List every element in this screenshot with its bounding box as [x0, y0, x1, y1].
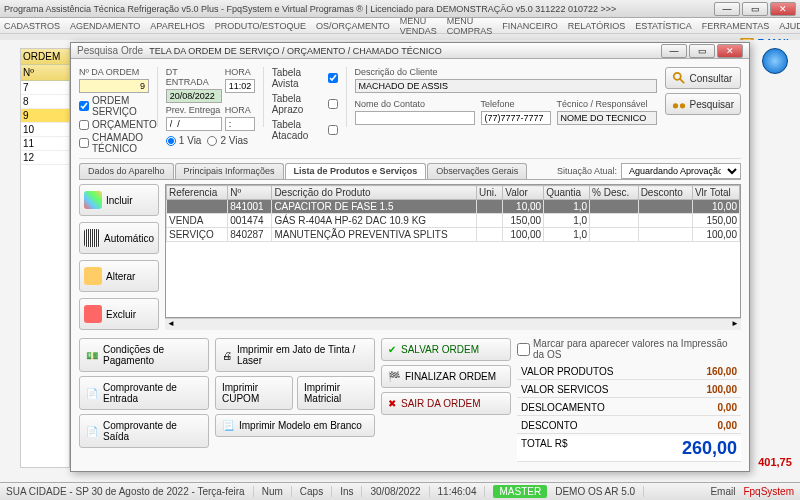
finalizar-ordem-button[interactable]: 🏁FINALIZAR ORDEM — [381, 365, 511, 388]
grid-row[interactable]: VENDA001474GÁS R-404A HP-62 DAC 10.9 KG1… — [167, 214, 740, 228]
imprimir-cupom-button[interactable]: Imprimir CUPOM — [215, 376, 293, 410]
menu-produto[interactable]: PRODUTO/ESTOQUE — [215, 21, 306, 31]
receipt-out-icon: 📄 — [86, 426, 98, 437]
status-caps: Caps — [300, 486, 332, 497]
grid-header[interactable]: Quantia — [544, 186, 590, 200]
nav-arrow-icon[interactable] — [762, 48, 788, 74]
order-number-input[interactable] — [79, 79, 149, 93]
menu-relatorios[interactable]: RELATÓRIOS — [568, 21, 625, 31]
dialog-maximize-button[interactable]: ▭ — [689, 44, 715, 58]
grid-header[interactable]: Desconto — [638, 186, 692, 200]
status-fpq[interactable]: FpqSystem — [743, 486, 794, 497]
order-dialog: Pesquisa Orde TELA DA ORDEM DE SERVIÇO /… — [70, 42, 750, 472]
grid-scrollbar[interactable] — [165, 318, 741, 330]
dialog-title: TELA DA ORDEM DE SERVIÇO / ORÇAMENTO / C… — [149, 46, 661, 56]
grid-header[interactable]: Valor — [503, 186, 544, 200]
binoculars-icon — [672, 97, 686, 111]
menu-vendas[interactable]: MENU VENDAS — [400, 16, 437, 36]
maximize-button[interactable]: ▭ — [742, 2, 768, 16]
imprimir-branco-button[interactable]: 📃Imprimir Modelo em Branco — [215, 414, 375, 437]
via1-radio[interactable] — [166, 136, 176, 146]
incluir-button[interactable]: Incluir — [79, 184, 159, 216]
grid-row[interactable]: 841001CAPACITOR DE FASE 1.510,001,010,00 — [167, 200, 740, 214]
marcar-valores-checkbox[interactable] — [517, 343, 530, 356]
imprimir-matricial-button[interactable]: Imprimir Matricial — [297, 376, 375, 410]
prev-date-input[interactable] — [166, 117, 222, 131]
salvar-ordem-button[interactable]: ✔SALVAR ORDEM — [381, 338, 511, 361]
orcamento-checkbox[interactable] — [79, 120, 89, 130]
status-date: 30/08/2022 — [370, 486, 429, 497]
chamado-checkbox[interactable] — [79, 138, 89, 148]
menu-estatistica[interactable]: ESTATÍSTICA — [635, 21, 692, 31]
grid-header[interactable]: Descrição do Produto — [272, 186, 477, 200]
consultar-button[interactable]: Consultar — [665, 67, 741, 89]
money-icon: 💵 — [86, 350, 98, 361]
contato-input[interactable] — [355, 111, 475, 125]
grid-row[interactable]: SERVIÇO840287MANUTENÇÃO PREVENTIVA SPLIT… — [167, 228, 740, 242]
background-order-list: ORDEM Nº 7 8 9 10 11 12 — [20, 48, 70, 468]
grid-header[interactable]: Nº — [228, 186, 272, 200]
entrada-hora-input[interactable] — [225, 79, 255, 93]
telefone-label: Telefone — [481, 99, 551, 109]
menu-os[interactable]: OS/ORÇAMENTO — [316, 21, 390, 31]
status-time: 11:46:04 — [438, 486, 486, 497]
telefone-input[interactable] — [481, 111, 551, 125]
products-grid[interactable]: ReferenciaNºDescrição do ProdutoUni.Valo… — [165, 184, 741, 318]
cliente-input[interactable] — [355, 79, 657, 93]
prev-label: Prev. Entrega — [166, 105, 222, 115]
valor-produtos-label: VALOR PRODUTOS — [521, 366, 613, 377]
status-ins: Ins — [340, 486, 362, 497]
automatico-button[interactable]: Automático — [79, 222, 159, 254]
tabela-avista-checkbox[interactable] — [328, 73, 338, 83]
total-label: TOTAL R$ — [521, 438, 568, 459]
situacao-select[interactable]: Aguardando Aprovação — [621, 163, 741, 179]
sair-ordem-button[interactable]: ✖SAIR DA ORDEM — [381, 392, 511, 415]
ordem-servico-checkbox[interactable] — [79, 101, 89, 111]
entrada-hora-label: HORA — [225, 67, 255, 77]
menu-agendamento[interactable]: AGENDAMENTO — [70, 21, 140, 31]
alterar-button[interactable]: Alterar — [79, 260, 159, 292]
menu-cadastros[interactable]: CADASTROS — [4, 21, 60, 31]
tab-lista-produtos[interactable]: Lista de Produtos e Serviços — [285, 163, 427, 179]
condicoes-pagamento-button[interactable]: 💵Condições de Pagamento — [79, 338, 209, 372]
desconto-value: 0,00 — [718, 420, 737, 431]
menu-ajuda[interactable]: AJUDA — [779, 21, 800, 31]
exit-icon: ✖ — [388, 398, 396, 409]
tab-observacoes[interactable]: Observações Gerais — [427, 163, 527, 179]
via2-radio[interactable] — [207, 136, 217, 146]
menu-financeiro[interactable]: FINANCEIRO — [502, 21, 558, 31]
tabela-atacado-checkbox[interactable] — [328, 125, 338, 135]
menu-ferramentas[interactable]: FERRAMENTAS — [702, 21, 769, 31]
close-button[interactable]: ✕ — [770, 2, 796, 16]
menu-aparelhos[interactable]: APARELHOS — [150, 21, 204, 31]
desconto-label: DESCONTO — [521, 420, 578, 431]
grid-header[interactable]: Vlr Total — [692, 186, 739, 200]
tab-dados-aparelho[interactable]: Dados do Aparelho — [79, 163, 174, 179]
excluir-button[interactable]: Excluir — [79, 298, 159, 330]
flag-icon: 🏁 — [388, 371, 400, 382]
entrada-date-input[interactable] — [166, 89, 222, 103]
chamado-label: CHAMADO TÉCNICO — [92, 132, 149, 154]
imprimir-jato-button[interactable]: 🖨Imprimir em Jato de Tinta / Laser — [215, 338, 375, 372]
tabela-aprazo-checkbox[interactable] — [328, 99, 338, 109]
prev-hora-input[interactable] — [225, 117, 255, 131]
dialog-close-button[interactable]: ✕ — [717, 44, 743, 58]
plus-icon — [84, 191, 102, 209]
via1-label: 1 Via — [179, 135, 202, 146]
comprovante-entrada-button[interactable]: 📄Comprovante de Entrada — [79, 376, 209, 410]
dialog-minimize-button[interactable]: — — [661, 44, 687, 58]
tabela-avista-label: Tabela Avista — [272, 67, 325, 89]
pesquisar-button[interactable]: Pesquisar — [665, 93, 741, 115]
tab-principais-info[interactable]: Principais Informações — [175, 163, 284, 179]
grid-header[interactable]: Referencia — [167, 186, 228, 200]
minimize-button[interactable]: — — [714, 2, 740, 16]
tecnico-input[interactable] — [557, 111, 657, 125]
orcamento-label: ORÇAMENTO — [92, 119, 157, 130]
search-tab-label[interactable]: Pesquisa Orde — [77, 45, 143, 56]
grid-header[interactable]: % Desc. — [590, 186, 639, 200]
barcode-icon — [84, 229, 100, 247]
status-email[interactable]: Email — [710, 486, 735, 497]
menu-compras[interactable]: MENU COMPRAS — [447, 16, 493, 36]
grid-header[interactable]: Uni. — [477, 186, 503, 200]
comprovante-saida-button[interactable]: 📄Comprovante de Saída — [79, 414, 209, 448]
